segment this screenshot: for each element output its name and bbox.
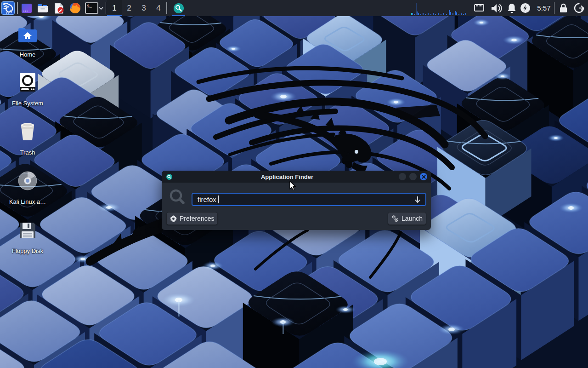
- svg-text:$_: $_: [87, 4, 92, 9]
